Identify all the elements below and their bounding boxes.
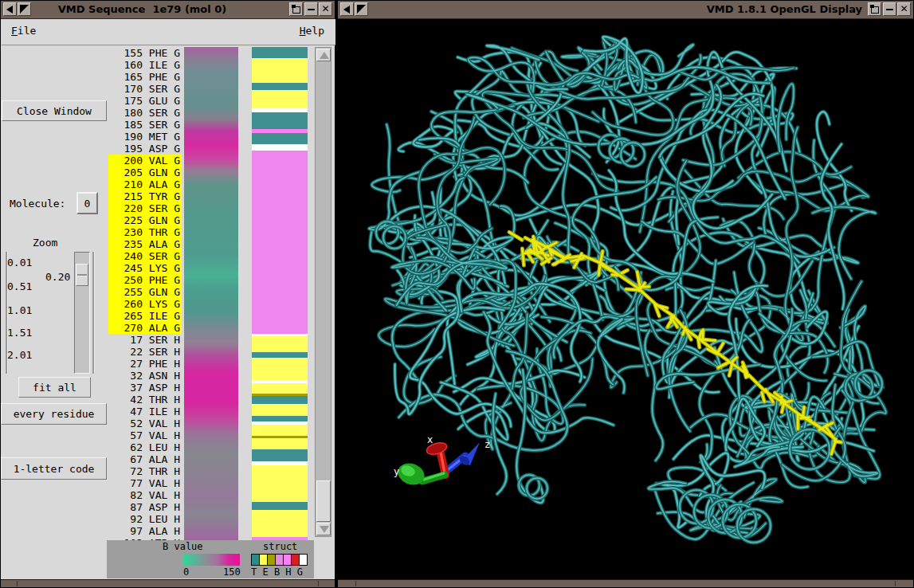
maximize-button[interactable] [289, 2, 303, 16]
legend: B value 0 150 struct T E B H G I C [107, 540, 314, 578]
residue-list[interactable]: 155 PHE G160 ILE G165 PHE G170 SER G175 … [108, 47, 184, 540]
window-menu-button[interactable] [340, 2, 354, 16]
fit-all-button[interactable]: fit all [18, 377, 91, 398]
molecule-menubutton[interactable]: 0 [76, 192, 98, 214]
window-shade-button[interactable] [355, 2, 368, 16]
struct-band [252, 112, 308, 129]
residue-row[interactable]: 92 LEU H [108, 513, 182, 525]
struct-band [252, 502, 308, 510]
residue-row[interactable]: 175 GLU G [108, 95, 182, 107]
residue-row[interactable]: 62 LEU H [108, 441, 182, 453]
one-letter-code-menubutton[interactable]: 1-letter code [1, 457, 107, 480]
scroll-up-button[interactable] [316, 49, 331, 61]
struct-band [252, 465, 308, 502]
residue-row[interactable]: 215 TYR G [108, 190, 182, 202]
residue-row[interactable]: 260 LYS G [108, 298, 182, 310]
residue-row[interactable]: 195 ASP G [108, 143, 182, 155]
struct-band [252, 336, 308, 352]
residue-row[interactable]: 72 THR H [108, 465, 182, 477]
residue-row[interactable]: 32 ASN H [108, 370, 182, 382]
bvalue-legend-label: B value [163, 541, 203, 552]
scrollbar[interactable] [315, 47, 331, 537]
residue-row[interactable]: 235 ALA G [108, 238, 182, 250]
residue-row[interactable]: 165 PHE G [108, 71, 182, 83]
residue-row[interactable]: 77 VAL H [108, 477, 182, 489]
residue-row[interactable]: 67 ALA H [108, 453, 182, 465]
sequence-window-title: VMD Sequence 1e79 (mol 0) [1, 3, 284, 15]
struct-band [252, 47, 308, 58]
down-arrow-icon [320, 526, 329, 533]
residue-row[interactable]: 230 THR G [108, 226, 182, 238]
struct-band [252, 144, 308, 151]
struct-swatch [252, 555, 259, 565]
struct-band [252, 358, 308, 380]
residue-row[interactable]: 22 SER H [108, 346, 182, 358]
bvalue-legend-gradient [183, 554, 240, 566]
zoom-tick: 0.01 [7, 257, 39, 269]
sequence-titlebar[interactable]: VMD Sequence 1e79 (mol 0) ✕ [1, 1, 335, 19]
residue-row[interactable]: 27 PHE H [108, 358, 182, 370]
sequence-window-bottom-frame[interactable] [1, 579, 335, 587]
menu-help[interactable]: Help [300, 25, 324, 37]
zoom-scale-trough[interactable] [74, 252, 90, 374]
residue-row[interactable]: 270 ALA G [108, 322, 182, 334]
residue-row[interactable]: 225 GLN G [108, 214, 182, 226]
struct-swatch [292, 555, 299, 565]
scroll-down-button[interactable] [316, 523, 331, 535]
struct-swatch [260, 555, 267, 565]
bvalue-column[interactable] [184, 47, 238, 540]
close-button[interactable]: ✕ [897, 2, 911, 16]
zoom-scale-slider[interactable] [76, 264, 88, 286]
menu-file[interactable]: File [11, 25, 36, 37]
maximize-icon [871, 6, 879, 14]
residue-row[interactable]: 255 GLN G [108, 286, 182, 298]
scrollbar-thumb[interactable] [316, 480, 331, 522]
residue-row[interactable]: 180 SER G [108, 107, 182, 119]
close-window-button[interactable]: Close Window [2, 100, 107, 121]
maximize-button[interactable] [868, 2, 881, 16]
menu-bar: File Help [2, 19, 335, 45]
zoom-scale-value: 0.20 [45, 271, 70, 283]
residue-row[interactable]: 87 ASP H [108, 501, 182, 513]
residue-row[interactable]: 97 ALA H [108, 525, 182, 537]
zoom-label: Zoom [33, 237, 57, 249]
residue-row[interactable]: 155 PHE G [108, 47, 182, 59]
opengl-titlebar[interactable]: VMD 1.8.1 OpenGL Display ✕ [338, 1, 913, 19]
residue-row[interactable]: 185 SER G [108, 119, 182, 131]
residue-row[interactable]: 190 MET G [108, 131, 182, 143]
residue-row[interactable]: 250 PHE G [108, 274, 182, 286]
residue-row[interactable]: 210 ALA G [108, 178, 182, 190]
struct-band [252, 352, 308, 358]
struct-band [252, 438, 308, 449]
struct-band [252, 151, 308, 334]
struct-column[interactable] [252, 47, 308, 540]
residue-row[interactable]: 220 SER G [108, 202, 182, 214]
residue-row[interactable]: 240 SER G [108, 250, 182, 262]
residue-row[interactable]: 47 ILE H [108, 406, 182, 417]
close-button[interactable]: ✕ [319, 2, 332, 16]
axis-label-z: z [484, 439, 490, 450]
molecule-viewport[interactable]: zxy [339, 19, 912, 581]
minimize-button[interactable] [883, 2, 896, 16]
left-arrow-icon [343, 6, 350, 14]
residue-row[interactable]: 52 VAL H [108, 417, 182, 429]
residue-row[interactable]: 42 THR H [108, 394, 182, 406]
residue-row[interactable]: 160 ILE G [108, 59, 182, 71]
opengl-window-bottom-frame[interactable] [338, 579, 913, 587]
struct-band [252, 58, 308, 83]
residue-row[interactable]: 37 ASP H [108, 382, 182, 394]
residue-row[interactable]: 245 LYS G [108, 262, 182, 274]
residue-row[interactable]: 170 SER G [108, 83, 182, 95]
residue-row[interactable]: 82 VAL H [108, 489, 182, 501]
zoom-tick: 1.51 [7, 327, 39, 339]
struct-band [252, 449, 308, 461]
residue-row[interactable]: 200 VAL G [108, 155, 182, 167]
struct-band [252, 510, 308, 537]
residue-row[interactable]: 17 SER H [108, 334, 182, 346]
corner-icon [357, 5, 366, 14]
minimize-button[interactable] [304, 2, 318, 16]
residue-row[interactable]: 265 ILE G [108, 310, 182, 322]
residue-row[interactable]: 205 GLN G [108, 167, 182, 178]
residue-row[interactable]: 57 VAL H [108, 429, 182, 441]
every-residue-menubutton[interactable]: every residue [1, 403, 107, 425]
